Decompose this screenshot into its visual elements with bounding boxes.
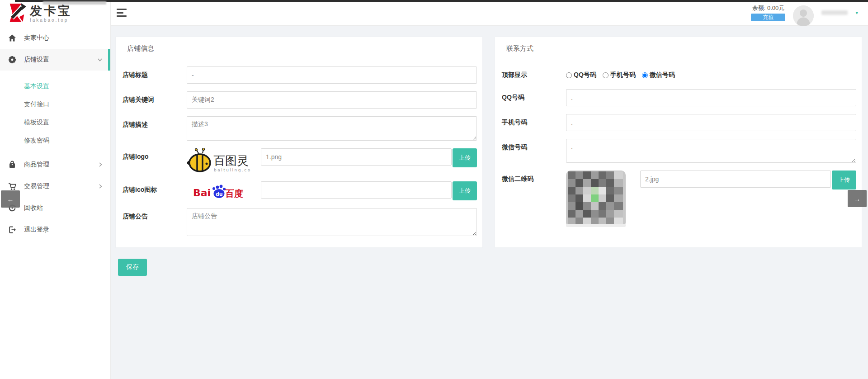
brand-logo-icon bbox=[6, 2, 27, 25]
top-display-row: 顶部显示 QQ号码 手机号码 微信号码 bbox=[500, 66, 856, 79]
arrow-left-icon: ← bbox=[7, 195, 14, 203]
contact-body: 顶部显示 QQ号码 手机号码 微信号码 bbox=[495, 59, 862, 229]
shop-info-panel: 店铺信息 店铺标题 店铺关键词 店铺描述 描述3 店铺logo bbox=[115, 37, 483, 248]
top-display-radio-group: QQ号码 手机号码 微信号码 bbox=[566, 66, 675, 79]
shop-title-label: 店铺标题 bbox=[121, 66, 187, 79]
qq-number-label: QQ号码 bbox=[500, 89, 566, 102]
sidebar-item-label: 店铺设置 bbox=[24, 56, 98, 64]
sidebar-item-logout[interactable]: 退出登录 bbox=[0, 219, 110, 241]
recharge-button[interactable]: 充值 bbox=[751, 14, 785, 21]
sidebar-item-shop-settings[interactable]: 店铺设置 bbox=[0, 49, 110, 71]
window-edge-artifact bbox=[43, 1, 106, 5]
balance-label: 余额: bbox=[752, 5, 766, 11]
shop-description-label: 店铺描述 bbox=[121, 116, 187, 129]
gear-icon bbox=[7, 56, 17, 64]
wechat-qrcode-image bbox=[566, 171, 626, 229]
sidebar-item-label: 回收站 bbox=[24, 204, 102, 212]
shop-info-title: 店铺信息 bbox=[116, 37, 482, 59]
radio-wechat[interactable] bbox=[642, 72, 648, 78]
pager-next-button[interactable]: → bbox=[848, 190, 867, 207]
shop-ico-row: 店铺ico图标 Bai du 百度 上传 bbox=[121, 181, 477, 200]
shop-settings-submenu: 基本设置 支付接口 模板设置 修改密码 bbox=[0, 71, 110, 154]
page: { "brand": { "name": "发卡宝", "domain": "f… bbox=[0, 0, 868, 379]
shop-logo-label: 店铺logo bbox=[121, 148, 187, 161]
shop-keywords-input[interactable] bbox=[187, 91, 477, 109]
qq-number-row: QQ号码 bbox=[500, 89, 856, 106]
shop-logo-filename-input[interactable] bbox=[261, 148, 452, 166]
save-button[interactable]: 保存 bbox=[118, 259, 147, 276]
shop-info-body: 店铺标题 店铺关键词 店铺描述 描述3 店铺logo bbox=[116, 59, 482, 236]
arrow-right-icon: → bbox=[854, 195, 861, 203]
wechat-qrcode-row: 微信二维码 bbox=[500, 171, 856, 229]
shop-keywords-row: 店铺关键词 bbox=[121, 91, 477, 109]
cart-icon bbox=[7, 182, 17, 190]
shop-title-input[interactable] bbox=[187, 66, 477, 84]
bag-icon bbox=[7, 161, 17, 169]
shop-logo-row: 店铺logo 百图灵 baituling.com bbox=[121, 148, 477, 174]
baituling-domain: baituling.com bbox=[214, 168, 250, 172]
sidebar-item-seller-center[interactable]: 卖家中心 bbox=[0, 27, 110, 49]
sidebar-item-template-settings[interactable]: 模板设置 bbox=[0, 113, 110, 131]
wechat-qrcode-upload-button[interactable]: 上传 bbox=[832, 171, 856, 190]
radio-qq-label: QQ号码 bbox=[574, 71, 596, 79]
shop-ico-preview: Bai du 百度 bbox=[187, 181, 251, 200]
radio-option-phone[interactable]: 手机号码 bbox=[603, 71, 636, 79]
phone-number-row: 手机号码 bbox=[500, 114, 856, 131]
shop-ico-upload-button[interactable]: 上传 bbox=[453, 181, 477, 200]
chevron-right-icon bbox=[99, 162, 102, 167]
balance-text: 余额: 0.00元 bbox=[751, 4, 785, 12]
username-redacted bbox=[821, 10, 848, 15]
wechat-number-textarea[interactable]: . bbox=[566, 139, 856, 163]
sidebar-item-label: 商品管理 bbox=[24, 161, 99, 169]
baituling-text: 百图灵 bbox=[213, 154, 249, 167]
avatar[interactable] bbox=[793, 5, 814, 26]
topbar: 余额: 0.00元 充值 ▾ bbox=[111, 0, 868, 26]
window-edge-strip bbox=[15, 0, 868, 2]
sidebar-item-product-management[interactable]: 商品管理 bbox=[0, 154, 110, 175]
baidu-latin-text: Bai bbox=[193, 187, 211, 199]
chevron-down-icon bbox=[98, 58, 102, 62]
contact-title: 联系方式 bbox=[495, 37, 862, 59]
wechat-number-label: 微信号码 bbox=[500, 139, 566, 152]
baidu-du-text: du bbox=[216, 191, 223, 197]
topbar-right: 余额: 0.00元 充值 ▾ bbox=[751, 2, 858, 23]
sidebar-item-basic-settings[interactable]: 基本设置 bbox=[0, 77, 110, 95]
sidebar-item-label: 交易管理 bbox=[24, 182, 99, 190]
pager-prev-button[interactable]: ← bbox=[1, 190, 20, 208]
radio-phone[interactable] bbox=[603, 72, 609, 78]
brand-text: 发卡宝 fakabao.top bbox=[30, 5, 72, 23]
radio-qq[interactable] bbox=[566, 72, 572, 78]
radio-option-wechat[interactable]: 微信号码 bbox=[642, 71, 675, 79]
baidu-cn-text: 百度 bbox=[225, 188, 243, 199]
shop-description-row: 店铺描述 描述3 bbox=[121, 116, 477, 141]
balance-block: 余额: 0.00元 充值 bbox=[751, 4, 785, 21]
shop-title-row: 店铺标题 bbox=[121, 66, 477, 84]
wechat-qrcode-filename-input[interactable] bbox=[640, 171, 831, 188]
logout-icon bbox=[7, 226, 17, 234]
menu-toggle-icon[interactable] bbox=[117, 9, 127, 17]
shop-keywords-label: 店铺关键词 bbox=[121, 91, 187, 104]
sidebar-item-payment-api[interactable]: 支付接口 bbox=[0, 95, 110, 113]
wechat-qrcode-label: 微信二维码 bbox=[500, 171, 566, 183]
shop-description-textarea[interactable]: 描述3 bbox=[187, 116, 477, 141]
phone-number-label: 手机号码 bbox=[500, 114, 566, 127]
sidebar-item-label: 卖家中心 bbox=[24, 34, 102, 42]
shop-logo-upload-button[interactable]: 上传 bbox=[453, 148, 477, 167]
shop-notice-label: 店铺公告 bbox=[121, 208, 187, 221]
shop-ico-filename-input[interactable] bbox=[261, 181, 452, 199]
shop-ico-label: 店铺ico图标 bbox=[121, 181, 187, 194]
user-menu-caret-icon[interactable]: ▾ bbox=[855, 10, 858, 16]
brand-name: 发卡宝 bbox=[30, 5, 72, 17]
radio-wechat-label: 微信号码 bbox=[650, 71, 675, 79]
sidebar: 发卡宝 fakabao.top 卖家中心 店铺设置 基本设置 支付接口 bbox=[0, 0, 111, 379]
contact-panel: 联系方式 顶部显示 QQ号码 手机号码 微信号码 bbox=[495, 37, 862, 248]
brand-domain: fakabao.top bbox=[30, 18, 72, 23]
chevron-right-icon bbox=[99, 184, 102, 189]
phone-number-input[interactable] bbox=[566, 114, 856, 131]
qq-number-input[interactable] bbox=[566, 89, 856, 106]
sidebar-item-change-password[interactable]: 修改密码 bbox=[0, 131, 110, 149]
shop-notice-textarea[interactable]: 店铺公告 bbox=[187, 208, 477, 236]
home-icon bbox=[7, 34, 17, 42]
shop-notice-row: 店铺公告 店铺公告 bbox=[121, 208, 477, 236]
radio-option-qq[interactable]: QQ号码 bbox=[566, 71, 596, 79]
